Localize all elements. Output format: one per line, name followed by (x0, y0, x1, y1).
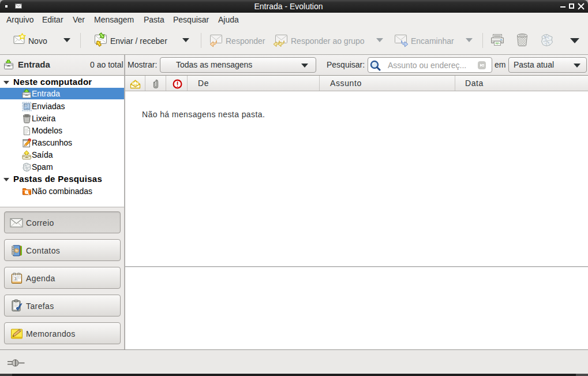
svg-text:3: 3 (14, 276, 16, 281)
svg-text:@: @ (14, 248, 18, 253)
